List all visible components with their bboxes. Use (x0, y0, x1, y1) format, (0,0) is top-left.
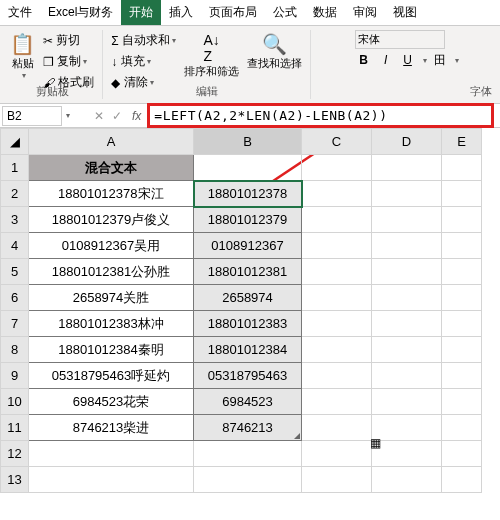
row-header[interactable]: 10 (1, 389, 29, 415)
cell-b5[interactable]: 18801012381 (194, 259, 302, 285)
menu-home[interactable]: 开始 (121, 0, 161, 25)
cell-b4[interactable]: 0108912367 (194, 233, 302, 259)
formula-input[interactable] (147, 103, 494, 128)
cancel-icon[interactable]: ✕ (90, 109, 108, 123)
col-header-d[interactable]: D (372, 129, 442, 155)
cell[interactable] (372, 467, 442, 493)
cell-a9[interactable]: 05318795463呼延灼 (29, 363, 194, 389)
select-all-corner[interactable]: ◢ (1, 129, 29, 155)
cell-b9[interactable]: 05318795463 (194, 363, 302, 389)
row-header[interactable]: 12 (1, 441, 29, 467)
col-header-b[interactable]: B (194, 129, 302, 155)
cell[interactable] (302, 207, 372, 233)
menu-data[interactable]: 数据 (305, 0, 345, 25)
fx-icon[interactable]: fx (126, 109, 147, 123)
cell-a11[interactable]: 8746213柴进 (29, 415, 194, 441)
cell-a5[interactable]: 18801012381公孙胜 (29, 259, 194, 285)
cell[interactable] (302, 311, 372, 337)
cell[interactable] (442, 311, 482, 337)
cell-b8[interactable]: 18801012384 (194, 337, 302, 363)
bold-button[interactable]: B (355, 51, 373, 69)
cell[interactable] (302, 259, 372, 285)
cell-b1[interactable] (194, 155, 302, 181)
cell-b2[interactable]: 18801012378 (194, 181, 302, 207)
menu-review[interactable]: 审阅 (345, 0, 385, 25)
row-header[interactable]: 2 (1, 181, 29, 207)
row-header[interactable]: 8 (1, 337, 29, 363)
menu-view[interactable]: 视图 (385, 0, 425, 25)
cell[interactable] (372, 311, 442, 337)
chevron-down-icon[interactable]: ▾ (66, 111, 70, 120)
cell-b12[interactable] (194, 441, 302, 467)
cell-b11[interactable]: 8746213 (194, 415, 302, 441)
cell[interactable] (372, 363, 442, 389)
cell[interactable] (442, 415, 482, 441)
cell-c2[interactable] (302, 181, 372, 207)
cell-a7[interactable]: 18801012383林冲 (29, 311, 194, 337)
menu-file[interactable]: 文件 (0, 0, 40, 25)
cell-d1[interactable] (372, 155, 442, 181)
cell[interactable] (372, 441, 442, 467)
border-button[interactable]: 田 (431, 51, 449, 69)
row-header[interactable]: 7 (1, 311, 29, 337)
row-header[interactable]: 9 (1, 363, 29, 389)
cell-a12[interactable] (29, 441, 194, 467)
cell-a6[interactable]: 2658974关胜 (29, 285, 194, 311)
cell[interactable] (442, 389, 482, 415)
cell[interactable] (442, 259, 482, 285)
cell-b10[interactable]: 6984523 (194, 389, 302, 415)
cell[interactable] (302, 467, 372, 493)
clear-button[interactable]: ◆ 清除▾ (107, 72, 180, 93)
cell[interactable] (442, 337, 482, 363)
cell[interactable] (302, 441, 372, 467)
cell-c11[interactable]: ▦ (302, 415, 372, 441)
cell[interactable] (372, 285, 442, 311)
font-name-select[interactable]: 宋体 (355, 30, 445, 49)
paste-button[interactable]: 📋 粘贴 ▾ (6, 30, 39, 93)
cell-b3[interactable]: 18801012379 (194, 207, 302, 233)
col-header-c[interactable]: C (302, 129, 372, 155)
copy-button[interactable]: ❐ 复制▾ (39, 51, 98, 72)
row-header[interactable]: 5 (1, 259, 29, 285)
cell-e1[interactable] (442, 155, 482, 181)
cell[interactable] (442, 233, 482, 259)
cell-a8[interactable]: 18801012384秦明 (29, 337, 194, 363)
cell[interactable] (372, 207, 442, 233)
cell[interactable] (372, 337, 442, 363)
menu-formulas[interactable]: 公式 (265, 0, 305, 25)
menu-excelfin[interactable]: Excel与财务 (40, 0, 121, 25)
cell[interactable] (372, 233, 442, 259)
cell-d2[interactable] (372, 181, 442, 207)
cell[interactable] (302, 285, 372, 311)
row-header[interactable]: 6 (1, 285, 29, 311)
menu-pagelayout[interactable]: 页面布局 (201, 0, 265, 25)
cell-c1[interactable] (302, 155, 372, 181)
cell[interactable] (302, 337, 372, 363)
row-header[interactable]: 1 (1, 155, 29, 181)
cell-a3[interactable]: 18801012379卢俊义 (29, 207, 194, 233)
cell[interactable] (442, 467, 482, 493)
fill-handle-icon[interactable] (294, 433, 300, 439)
col-header-e[interactable]: E (442, 129, 482, 155)
accept-icon[interactable]: ✓ (108, 109, 126, 123)
italic-button[interactable]: I (377, 51, 395, 69)
cell-a4[interactable]: 0108912367吴用 (29, 233, 194, 259)
name-box[interactable]: B2 (2, 106, 62, 126)
cell-b7[interactable]: 18801012383 (194, 311, 302, 337)
autofill-options-icon[interactable]: ▦ (370, 436, 381, 450)
cell-a10[interactable]: 6984523花荣 (29, 389, 194, 415)
menu-insert[interactable]: 插入 (161, 0, 201, 25)
row-header[interactable]: 4 (1, 233, 29, 259)
autosum-button[interactable]: Σ 自动求和▾ (107, 30, 180, 51)
cell-e2[interactable] (442, 181, 482, 207)
cell-a1[interactable]: 混合文本 (29, 155, 194, 181)
cell-a13[interactable] (29, 467, 194, 493)
cell-b6[interactable]: 2658974 (194, 285, 302, 311)
underline-button[interactable]: U (399, 51, 417, 69)
cell[interactable] (302, 389, 372, 415)
row-header[interactable]: 3 (1, 207, 29, 233)
cell[interactable] (442, 441, 482, 467)
cell[interactable] (372, 415, 442, 441)
cell[interactable] (302, 363, 372, 389)
cell[interactable] (372, 389, 442, 415)
